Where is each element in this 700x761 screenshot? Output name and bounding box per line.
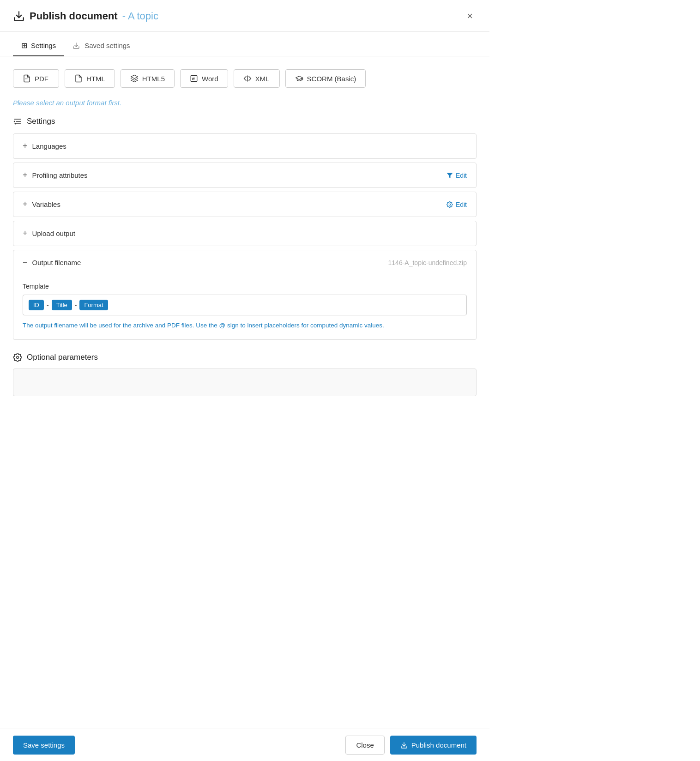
- template-input[interactable]: ID - Title - Format: [23, 295, 467, 315]
- dialog-header: Publish document - A topic ×: [0, 0, 489, 32]
- format-html-button[interactable]: HTML: [65, 69, 115, 88]
- svg-point-13: [17, 356, 19, 359]
- template-tag-id[interactable]: ID: [29, 300, 44, 310]
- accordion-languages-toggle: +: [23, 141, 28, 151]
- saved-settings-tab-label: Saved settings: [84, 42, 130, 49]
- accordion-languages-header[interactable]: + Languages: [13, 134, 476, 158]
- accordion-variables-header[interactable]: + Variables Edit: [13, 192, 476, 217]
- accordion-filename-left: − Output filename: [23, 258, 81, 267]
- accordion-profiling: + Profiling attributes Edit: [13, 163, 477, 188]
- optional-parameters-title: Optional parameters: [27, 353, 98, 362]
- accordion-profiling-toggle: +: [23, 170, 28, 180]
- accordion-filename-toggle: −: [23, 258, 28, 267]
- scorm-icon: [295, 74, 303, 83]
- accordion-filename: − Output filename 1146-A_topic-undefined…: [13, 250, 477, 340]
- template-tag-title[interactable]: Title: [52, 300, 72, 310]
- optional-parameters-content: [13, 368, 477, 396]
- accordion-variables-label: Variables: [32, 200, 60, 208]
- accordion-variables-toggle: +: [23, 199, 28, 209]
- dialog-subtitle: - A topic: [122, 10, 158, 22]
- saved-settings-tab-icon: [72, 42, 80, 49]
- format-buttons-group: PDF HTML HTML5 W Word: [13, 69, 477, 88]
- html5-icon: [130, 74, 139, 83]
- accordion-profiling-left: + Profiling attributes: [23, 170, 88, 180]
- tab-saved-settings[interactable]: Saved settings: [64, 36, 138, 56]
- xml-icon: [243, 74, 252, 83]
- tabs-container: ⊞ Settings Saved settings: [0, 36, 489, 56]
- close-dialog-button[interactable]: ×: [463, 9, 477, 23]
- svg-point-9: [14, 121, 15, 122]
- template-separator-1: -: [47, 302, 49, 309]
- format-word-button[interactable]: W Word: [180, 69, 228, 88]
- settings-tab-label: Settings: [31, 42, 56, 49]
- accordion-upload-left: + Upload output: [23, 229, 75, 238]
- variables-edit-label: Edit: [456, 201, 467, 208]
- word-icon: W: [190, 74, 198, 83]
- settings-section-title: Settings: [27, 117, 55, 126]
- template-label: Template: [23, 283, 467, 290]
- html-icon: [74, 74, 83, 83]
- profiling-edit-label: Edit: [456, 172, 467, 179]
- accordion-profiling-label: Profiling attributes: [32, 171, 88, 179]
- format-hint: Please select an output format first.: [13, 99, 477, 107]
- header-left: Publish document - A topic: [13, 10, 158, 22]
- accordion-upload: + Upload output: [13, 221, 477, 246]
- accordion-variables: + Variables Edit: [13, 192, 477, 217]
- html5-label: HTML5: [142, 75, 165, 83]
- template-tag-format[interactable]: Format: [79, 300, 108, 310]
- accordion-upload-header[interactable]: + Upload output: [13, 221, 476, 246]
- xml-label: XML: [255, 75, 270, 83]
- accordion-filename-content: Template ID - Title - Format The output …: [13, 275, 476, 339]
- format-pdf-button[interactable]: PDF: [13, 69, 59, 88]
- accordion-languages-label: Languages: [32, 142, 66, 150]
- accordion-languages-left: + Languages: [23, 141, 66, 151]
- format-scorm-button[interactable]: SCORM (Basic): [285, 69, 366, 88]
- template-hint-text: The output filename will be used for the…: [23, 321, 467, 330]
- template-separator-2: -: [75, 302, 77, 309]
- output-filename-value: 1146-A_topic-undefined.zip: [388, 259, 467, 266]
- dialog-title: Publish document: [30, 10, 118, 22]
- accordion-profiling-header[interactable]: + Profiling attributes Edit: [13, 163, 476, 187]
- settings-section-header: Settings: [13, 117, 477, 126]
- optional-parameters-section: Optional parameters: [13, 353, 477, 396]
- optional-gear-icon: [13, 353, 22, 362]
- variables-gear-icon: [447, 201, 453, 208]
- accordion-upload-label: Upload output: [32, 230, 75, 237]
- svg-point-12: [449, 204, 451, 205]
- tab-settings[interactable]: ⊞ Settings: [13, 36, 64, 56]
- svg-marker-11: [447, 173, 453, 178]
- scorm-label: SCORM (Basic): [307, 75, 356, 83]
- settings-section-icon: [13, 117, 22, 126]
- publish-icon: [13, 10, 25, 22]
- accordion-variables-left: + Variables: [23, 199, 60, 209]
- accordion-filename-header[interactable]: − Output filename 1146-A_topic-undefined…: [13, 250, 476, 275]
- optional-parameters-header: Optional parameters: [13, 353, 477, 362]
- accordion-upload-toggle: +: [23, 229, 28, 238]
- main-content: PDF HTML HTML5 W Word: [0, 56, 489, 442]
- pdf-label: PDF: [35, 75, 48, 83]
- format-xml-button[interactable]: XML: [234, 69, 280, 88]
- html-label: HTML: [86, 75, 105, 83]
- accordion-filename-label: Output filename: [32, 259, 81, 266]
- svg-text:W: W: [192, 77, 195, 80]
- pdf-icon: [23, 74, 31, 83]
- svg-marker-2: [131, 75, 138, 79]
- word-label: Word: [202, 75, 218, 83]
- format-html5-button[interactable]: HTML5: [121, 69, 175, 88]
- profiling-edit-action[interactable]: Edit: [447, 172, 467, 179]
- profiling-filter-icon: [447, 172, 453, 179]
- variables-edit-action[interactable]: Edit: [447, 201, 467, 208]
- accordion-languages: + Languages: [13, 133, 477, 159]
- settings-tab-icon: ⊞: [21, 41, 27, 50]
